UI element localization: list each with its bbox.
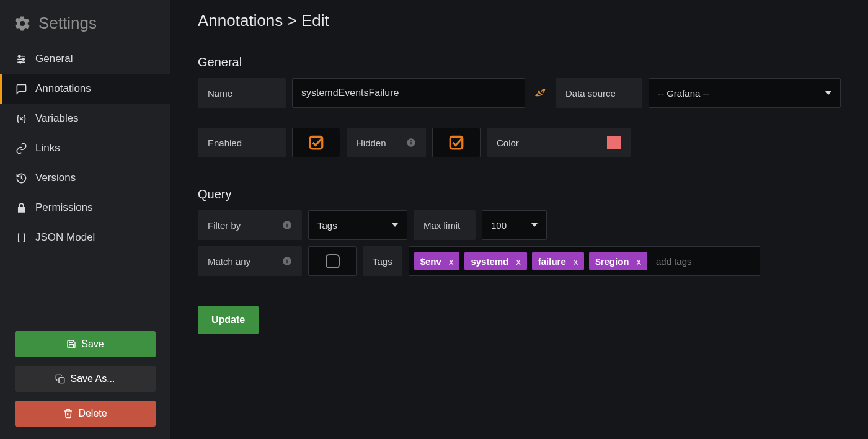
datasource-value: -- Grafana -- [658,88,709,99]
tag-chip[interactable]: systemd x [464,252,526,270]
datasource-label: Data source [556,78,642,108]
update-button-label: Update [211,314,245,325]
svg-rect-14 [286,223,287,223]
svg-point-3 [19,55,20,57]
main-content: Annotations > Edit General Name Data sou… [170,0,868,439]
tag-remove-icon[interactable]: x [636,256,641,267]
save-as-button-label: Save As... [70,373,115,384]
tag-text: $env [420,256,441,267]
tag-chip[interactable]: $region x [589,252,647,270]
hidden-label: Hidden [347,128,426,157]
lock-icon [16,202,27,214]
svg-rect-9 [410,142,411,145]
chevron-down-icon [392,223,398,227]
chevron-down-icon [825,91,831,95]
svg-rect-11 [450,136,463,149]
save-button[interactable]: Save [15,331,156,357]
tag-chip[interactable]: failure x [532,252,585,270]
max-limit-label: Max limit [414,210,476,240]
svg-rect-16 [286,260,287,264]
section-query: Query Filter by Tags Max limit 100 Match… [198,187,841,276]
color-label: Color [497,138,519,148]
match-any-label-text: Match any [208,256,250,267]
gear-icon [14,15,31,32]
max-limit-value: 100 [491,220,507,231]
hidden-label-text: Hidden [356,138,386,148]
sidebar-item-label: Links [35,142,60,154]
sidebar-item-links[interactable]: Links [0,133,170,163]
tag-remove-icon[interactable]: x [449,256,454,267]
tag-text: systemd [471,256,508,267]
svg-point-4 [22,58,24,60]
svg-rect-13 [286,224,287,228]
tag-text: failure [538,256,566,267]
tag-remove-icon[interactable]: x [574,256,578,267]
settings-sidebar: Settings General Annotations Variables [0,0,170,439]
tag-text: $region [595,256,629,267]
delete-button-label: Delete [78,408,107,419]
filter-by-value: Tags [317,220,337,231]
link-icon [16,143,27,154]
datasource-logo-icon [531,78,549,108]
json-icon [16,232,27,244]
sidebar-item-json-model[interactable]: JSON Model [0,223,170,252]
sidebar-title: Settings [0,5,170,44]
sidebar-item-variables[interactable]: Variables [0,104,170,133]
sidebar-item-label: Permissions [35,202,93,214]
info-icon [406,138,416,148]
save-button-label: Save [81,339,104,350]
section-general-title: General [198,55,841,69]
color-field: Color [487,128,631,157]
svg-rect-17 [286,259,287,259]
tag-remove-icon[interactable]: x [516,256,521,267]
update-button[interactable]: Update [198,306,259,334]
check-icon [448,135,464,151]
enabled-checkbox[interactable] [292,128,340,157]
sidebar-item-label: JSON Model [35,231,95,244]
name-label: Name [198,78,286,108]
filter-by-select[interactable]: Tags [308,210,407,240]
match-any-label: Match any [198,246,302,276]
trash-icon [63,409,73,419]
sidebar-item-label: General [35,53,73,65]
sliders-icon [16,53,27,65]
sidebar-nav: General Annotations Variables Links Vers… [0,44,170,252]
history-icon [16,172,27,184]
tags-label: Tags [363,246,402,276]
check-icon [308,135,324,151]
comment-icon [16,83,27,95]
unchecked-icon [326,254,340,268]
filter-by-label-text: Filter by [208,220,241,231]
sidebar-buttons: Save Save As... Delete [0,331,170,439]
section-general: General Name Data source -- Grafana -- E… [198,55,841,157]
max-limit-select[interactable]: 100 [482,210,547,240]
color-swatch[interactable] [607,136,621,149]
name-input[interactable] [292,78,525,108]
svg-point-5 [19,61,21,63]
variable-icon [16,113,27,125]
delete-button[interactable]: Delete [15,401,156,427]
breadcrumb: Annotations > Edit [198,11,841,30]
datasource-select[interactable]: -- Grafana -- [649,78,841,108]
tags-input-wrap[interactable]: $env x systemd x failure x $region x [409,246,760,276]
hidden-checkbox[interactable] [432,128,480,157]
sidebar-item-label: Versions [35,172,76,184]
save-as-button[interactable]: Save As... [15,366,156,392]
svg-rect-6 [59,378,64,383]
copy-icon [55,374,65,384]
svg-rect-10 [410,140,411,141]
sidebar-item-versions[interactable]: Versions [0,163,170,193]
section-query-title: Query [198,187,841,202]
enabled-label: Enabled [198,128,286,157]
match-any-checkbox[interactable] [308,246,356,276]
sidebar-item-annotations[interactable]: Annotations [0,74,170,104]
tag-chip[interactable]: $env x [414,252,460,270]
svg-rect-7 [310,136,322,149]
sidebar-item-permissions[interactable]: Permissions [0,193,170,223]
sidebar-item-general[interactable]: General [0,44,170,74]
sidebar-title-text: Settings [38,14,97,33]
info-icon [282,220,292,230]
sidebar-item-label: Annotations [35,82,91,95]
tags-text-input[interactable] [652,256,755,267]
info-icon [282,256,292,266]
